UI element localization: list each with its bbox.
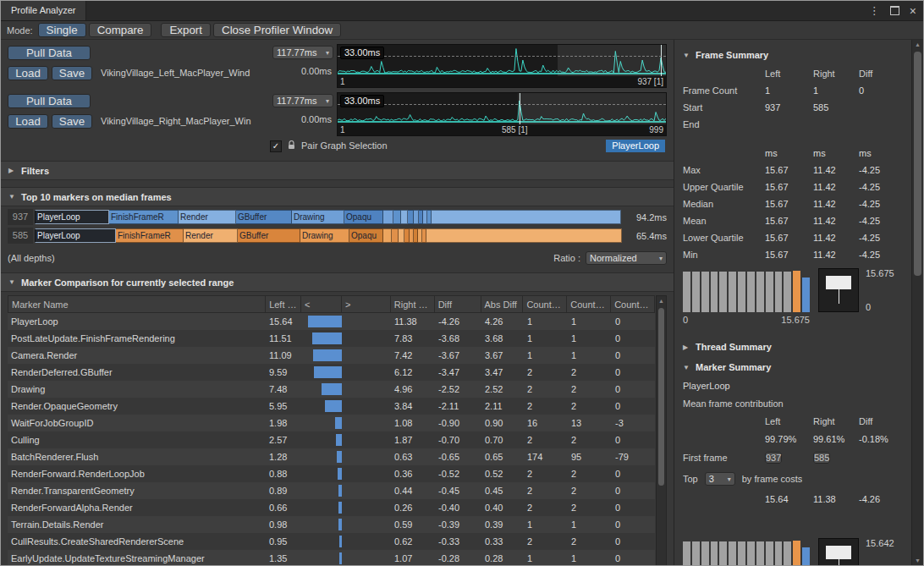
marker-segment[interactable]: Opaqu xyxy=(344,210,383,224)
dataset-name: VikingVillage_Left_MacPlayer_Wind xyxy=(101,68,267,78)
ratio-dropdown[interactable]: Normalized ▾ xyxy=(586,251,667,265)
column-header[interactable]: Marker Name xyxy=(8,296,266,312)
table-row[interactable]: Culling2.571.87-0.700.70220 xyxy=(8,431,655,448)
marker-name-cell: PlayerLoop xyxy=(8,313,266,330)
table-row[interactable]: Render.OpaqueGeometry5.953.84-2.112.1122… xyxy=(8,398,655,415)
box-plot xyxy=(818,538,859,565)
mode-single-button[interactable]: Single xyxy=(38,23,86,37)
comparison-section-header[interactable]: ▼ Marker Comparison for currently select… xyxy=(1,272,674,292)
marker-summary-header[interactable]: ▼ Marker Summary xyxy=(683,362,908,372)
filters-section-header[interactable]: ▶ Filters xyxy=(1,161,674,180)
marker-segment[interactable]: Render xyxy=(184,228,238,243)
scroll-up-icon[interactable]: ▲ xyxy=(912,41,923,47)
marker-segment[interactable] xyxy=(393,210,401,224)
table-row[interactable]: CullResults.CreateSharedRendererScene0.9… xyxy=(8,533,655,550)
save-button[interactable]: Save xyxy=(52,66,92,80)
close-profiler-window-button[interactable]: Close Profiler Window xyxy=(213,23,341,37)
scroll-down-icon[interactable]: ▼ xyxy=(912,558,923,563)
stat-value xyxy=(765,119,813,129)
first-frame-left-button[interactable]: 937 xyxy=(765,452,782,464)
column-header[interactable]: Count Left xyxy=(523,296,567,312)
first-frame-right-button[interactable]: 585 xyxy=(813,452,830,464)
marker-segment[interactable] xyxy=(426,228,622,243)
marker-segment[interactable]: FinishFrameR xyxy=(116,228,184,243)
marker-segment[interactable] xyxy=(401,210,408,224)
column-header[interactable]: Count Delta xyxy=(611,296,654,312)
table-scrollbar[interactable]: ▲ xyxy=(656,295,667,565)
table-row[interactable]: RenderForward.RenderLoopJob0.880.36-0.52… xyxy=(8,465,655,482)
table-row[interactable]: PlayerLoop15.6411.38-4.264.26110 xyxy=(8,313,655,330)
close-icon[interactable]: × xyxy=(910,6,916,16)
frame-summary-header[interactable]: ▼ Frame Summary xyxy=(683,50,908,60)
table-row[interactable]: RenderDeferred.GBuffer9.596.12-3.473.472… xyxy=(8,364,655,381)
pull-data-button[interactable]: Pull Data xyxy=(8,94,91,108)
menu-icon[interactable]: ⋮ xyxy=(869,6,880,16)
marker-name-cell: RenderForward.RenderLoopJob xyxy=(8,465,266,482)
table-row[interactable]: WaitForJobGroupID1.981.08-0.900.901613-3 xyxy=(8,415,655,431)
marker-segment[interactable] xyxy=(432,210,621,224)
marker-segment[interactable] xyxy=(399,228,404,243)
marker-segment[interactable]: GBuffer xyxy=(238,228,300,243)
contribution-row: 99.79% 99.61% -0.18% xyxy=(683,434,908,444)
thread-summary-header[interactable]: ▶ Thread Summary xyxy=(683,342,908,352)
marker-segment[interactable]: Render xyxy=(179,210,236,224)
marker-segment[interactable]: PlayerLoop xyxy=(35,228,116,243)
scrollbar-thumb[interactable] xyxy=(914,52,921,276)
table-row[interactable]: EarlyUpdate.UpdateTextureStreamingManage… xyxy=(8,550,655,565)
table-row[interactable]: BatchRenderer.Flush1.280.63-0.650.651749… xyxy=(8,448,655,465)
frame-time-graph-right[interactable]: 33.00ms 1 585 [1] 999 xyxy=(337,92,667,136)
tab-profile-analyzer[interactable]: Profile Analyzer xyxy=(1,1,86,20)
column-header[interactable]: > xyxy=(342,296,391,312)
load-button[interactable]: Load xyxy=(8,114,48,129)
table-row[interactable]: Terrain.Details.Render0.980.59-0.390.391… xyxy=(8,516,655,533)
export-button[interactable]: Export xyxy=(161,23,211,37)
top-n-dropdown[interactable]: 3 ▾ xyxy=(705,472,735,486)
marker-segment[interactable]: Drawing xyxy=(292,210,344,224)
diff-bar-cell xyxy=(301,465,342,482)
range-max-dropdown[interactable]: 117.77ms ▾ xyxy=(272,46,333,59)
table-row[interactable]: Render.TransparentGeometry0.890.44-0.450… xyxy=(8,482,655,499)
lock-icon[interactable] xyxy=(288,140,295,151)
axis-max-label: 999 xyxy=(649,125,663,135)
table-row[interactable]: PostLateUpdate.FinishFrameRendering11.51… xyxy=(8,330,655,347)
mode-compare-button[interactable]: Compare xyxy=(89,23,152,37)
column-header[interactable]: Diff xyxy=(435,296,481,312)
column-header[interactable]: Right Median xyxy=(391,296,435,312)
pair-graph-checkbox[interactable]: ✓ xyxy=(270,140,282,152)
diff-bar xyxy=(312,332,342,344)
value-cell: -0.70 xyxy=(435,431,481,448)
frame-time-graph-left[interactable]: 33.00ms 1 937 [1] xyxy=(337,44,667,88)
stat-value: 1 xyxy=(765,85,813,96)
marker-segment[interactable]: Drawing xyxy=(300,228,349,243)
value-cell: 11.51 xyxy=(266,330,301,347)
selected-marker-chip[interactable]: PlayerLoop xyxy=(606,140,665,152)
table-row[interactable]: RenderForwardAlpha.Render0.660.26-0.400.… xyxy=(8,499,655,516)
scrollbar-thumb[interactable] xyxy=(658,308,664,486)
marker-segment[interactable]: PlayerLoop xyxy=(35,210,109,224)
top10-section-header[interactable]: ▼ Top 10 markers on median frames xyxy=(1,187,674,206)
pull-data-button[interactable]: Pull Data xyxy=(8,46,91,60)
column-header[interactable]: Left Median xyxy=(266,296,301,312)
diff-bar xyxy=(336,434,342,446)
save-button[interactable]: Save xyxy=(52,114,92,129)
table-row[interactable]: Camera.Render11.097.42-3.673.67110 xyxy=(8,347,655,364)
marker-segment[interactable]: FinishFrameR xyxy=(109,210,179,224)
marker-segment[interactable] xyxy=(383,210,393,224)
table-row[interactable]: Drawing7.484.96-2.522.52220 xyxy=(8,381,655,398)
marker-segment[interactable] xyxy=(392,228,399,243)
column-header[interactable]: Count Right xyxy=(567,296,611,312)
box-plot xyxy=(818,268,859,312)
top-n-value: 3 xyxy=(709,474,714,484)
load-button[interactable]: Load xyxy=(8,66,48,80)
scroll-up-icon[interactable]: ▲ xyxy=(657,298,666,304)
column-header[interactable]: < xyxy=(301,296,342,312)
marker-segment[interactable] xyxy=(408,210,414,224)
value-cell: 0 xyxy=(612,347,655,364)
marker-segment[interactable]: Opaqu xyxy=(349,228,383,243)
maximize-icon[interactable] xyxy=(890,6,899,15)
right-scrollbar[interactable]: ▲ ▼ xyxy=(911,40,923,565)
column-header[interactable]: Abs Diff xyxy=(481,296,524,312)
range-max-dropdown[interactable]: 117.77ms ▾ xyxy=(272,94,333,107)
marker-segment[interactable] xyxy=(383,228,392,243)
marker-segment[interactable]: GBuffer xyxy=(236,210,292,224)
